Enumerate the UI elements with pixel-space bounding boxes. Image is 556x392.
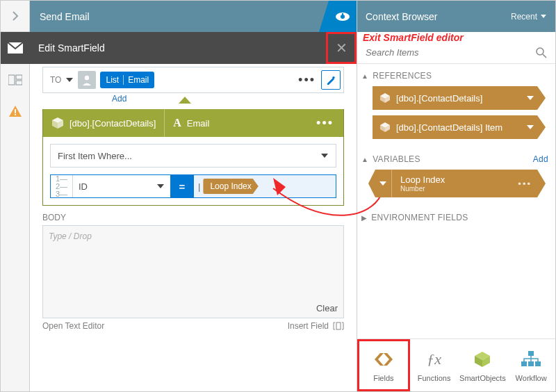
text-a-icon: A [173, 117, 181, 129]
close-button[interactable]: ✕ [326, 32, 357, 64]
chevron-down-icon [374, 170, 392, 197]
layout-icon[interactable] [1, 64, 29, 95]
reference-item[interactable]: [dbo].[ContactDetails] Item [373, 115, 546, 139]
svg-rect-11 [336, 322, 341, 329]
avatar-placeholder-icon[interactable] [78, 71, 96, 89]
page-title: Send Email [30, 11, 90, 22]
warning-icon[interactable] [1, 95, 29, 126]
to-label: TO [46, 75, 65, 85]
mail-icon [1, 32, 30, 64]
sf-more-icon[interactable]: ••• [306, 116, 343, 131]
chevron-down-icon [540, 14, 547, 19]
triangle-down-icon: ▲ [361, 156, 368, 163]
variable-type: Number [400, 185, 445, 193]
tag-right: Email [128, 75, 149, 85]
open-text-editor-link[interactable]: Open Text Editor [42, 321, 104, 331]
context-toggle-button[interactable] [329, 1, 357, 32]
tab-workflow[interactable]: Workflow [507, 339, 555, 391]
reference-item[interactable]: [dbo].[ContactDetails] [373, 86, 546, 110]
edit-smartfield-bar: Edit SmartField ✕ [1, 32, 357, 64]
sf-field: Email [187, 118, 210, 129]
smartobjects-icon [473, 349, 491, 370]
workflow-icon [521, 349, 541, 370]
variable-loop-index[interactable]: Loop Index Number ••• [368, 170, 546, 197]
add-to-link[interactable]: Add [112, 94, 357, 104]
svg-line-13 [543, 54, 546, 58]
condition-row: 1—2—3— ID = | Loop Index [50, 174, 336, 198]
filter-label: First Item Where... [58, 151, 132, 161]
send-email-header: Send Email [30, 1, 357, 32]
chevron-down-icon [320, 152, 329, 159]
context-browser-header: Context Browser Recent [357, 1, 555, 32]
ordered-list-icon[interactable]: 1—2—3— [51, 175, 73, 197]
equals-operator[interactable]: = [170, 175, 194, 197]
to-value-tag[interactable]: List Email [100, 72, 154, 88]
functions-icon: ƒx [427, 349, 441, 370]
smartobject-icon [379, 122, 391, 132]
svg-rect-15 [521, 361, 527, 366]
variable-name: Loop Index [400, 174, 445, 185]
smartobject-icon [379, 93, 391, 103]
svg-point-9 [85, 76, 89, 80]
svg-rect-4 [15, 114, 16, 115]
pointer-icon [179, 97, 191, 104]
search-input[interactable] [366, 47, 536, 58]
svg-rect-16 [528, 361, 534, 366]
context-tabs: Fields ƒx Functions SmartObjects Workflo… [357, 338, 555, 391]
id-label: ID [79, 181, 88, 192]
add-variable-link[interactable]: Add [533, 154, 548, 164]
to-row: TO List Email ••• [42, 67, 344, 93]
insert-field-icon [333, 322, 344, 330]
triangle-down-icon: ▲ [361, 72, 368, 80]
condition-value-input[interactable]: | Loop Index [194, 175, 336, 197]
svg-rect-17 [535, 361, 541, 366]
environment-section-header[interactable]: ▶ ENVIRONMENT FIELDS [361, 213, 548, 222]
fields-icon [373, 349, 394, 370]
chevron-down-icon [156, 183, 165, 190]
triangle-right-icon: ▶ [361, 214, 367, 222]
smartfield-header: [dbo].[ContactDetails] A Email ••• [43, 109, 343, 137]
search-row [357, 46, 555, 64]
body-label: BODY [42, 213, 344, 222]
clear-button[interactable]: Clear [316, 303, 338, 313]
search-icon[interactable] [536, 47, 547, 58]
insert-field-link[interactable]: Insert Field [288, 321, 344, 331]
tab-smartobjects[interactable]: SmartObjects [459, 339, 507, 391]
chevron-down-icon [526, 95, 534, 101]
smartobject-icon [51, 117, 64, 129]
body-placeholder: Type / Drop [43, 226, 343, 247]
exit-annotation: Exit SmartField editor [357, 32, 555, 46]
chevron-down-icon [526, 124, 534, 131]
variables-section-header[interactable]: ▲ VARIABLES Add [361, 154, 548, 164]
svg-rect-0 [8, 75, 15, 85]
svg-rect-1 [16, 75, 22, 79]
references-section-header[interactable]: ▲ REFERENCES [361, 71, 548, 81]
body-editor[interactable]: Type / Drop Clear [42, 225, 344, 318]
tab-fields[interactable]: Fields [357, 339, 410, 391]
svg-rect-7 [342, 13, 343, 15]
svg-rect-3 [15, 109, 16, 113]
edit-to-button[interactable] [321, 70, 341, 90]
tab-functions[interactable]: ƒx Functions [410, 339, 459, 391]
loop-index-chip[interactable]: Loop Index [203, 179, 258, 194]
smartfield-editor: [dbo].[ContactDetails] A Email ••• First… [42, 109, 344, 206]
chevron-down-icon[interactable] [65, 76, 74, 83]
svg-rect-14 [528, 351, 534, 356]
svg-rect-2 [16, 81, 22, 85]
to-more-icon[interactable]: ••• [293, 73, 321, 88]
condition-field-select[interactable]: ID [73, 175, 170, 197]
collapse-arrow-icon[interactable] [1, 1, 29, 32]
filter-select[interactable]: First Item Where... [50, 144, 336, 168]
edit-smartfield-title: Edit SmartField [30, 42, 105, 54]
close-icon: ✕ [336, 40, 348, 56]
tag-left: List [106, 75, 119, 85]
variable-more-icon[interactable]: ••• [518, 179, 532, 189]
context-title: Context Browser [366, 11, 437, 22]
recent-link[interactable]: Recent [511, 12, 547, 22]
sf-object: [dbo].[ContactDetails] [70, 118, 156, 129]
svg-point-12 [537, 48, 543, 55]
